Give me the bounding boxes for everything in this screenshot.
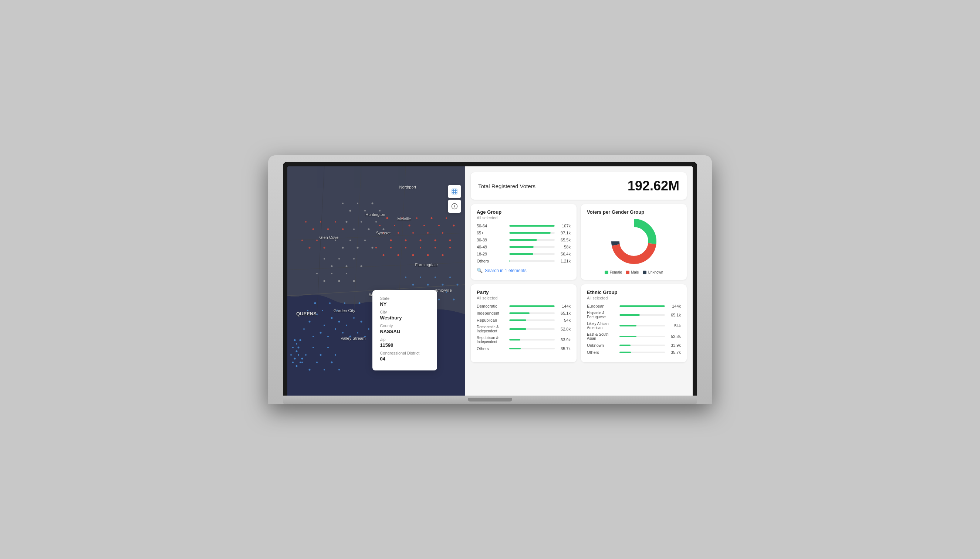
svg-point-125 — [320, 221, 321, 223]
ethnic-bar-value-0: 144k — [668, 304, 681, 308]
svg-point-93 — [364, 240, 366, 241]
svg-point-49 — [409, 225, 411, 227]
svg-point-87 — [375, 221, 377, 223]
svg-point-79 — [357, 203, 358, 204]
svg-point-44 — [359, 303, 361, 304]
svg-point-128 — [342, 228, 344, 230]
age-search-button[interactable]: 🔍 Search in 1 elements — [477, 266, 571, 275]
age-bar-value-4: 56.4k — [558, 252, 571, 256]
donut-chart — [608, 215, 660, 267]
svg-point-70 — [405, 247, 406, 248]
party-bar-value-5: 35.7k — [558, 346, 571, 351]
svg-point-106 — [353, 280, 355, 282]
legend-female: Female — [605, 270, 622, 275]
gender-group-card: Voters per Gender Group — [581, 204, 687, 280]
age-bar-row-1: 65+ 97.1k — [477, 231, 571, 235]
svg-point-8 — [316, 314, 318, 315]
svg-point-54 — [445, 217, 447, 219]
svg-point-133 — [294, 339, 296, 341]
age-bar-label-4: 18-29 — [477, 252, 506, 256]
svg-point-35 — [331, 362, 333, 364]
age-bar-value-1: 97.1k — [558, 231, 571, 235]
svg-point-109 — [420, 276, 421, 278]
popup-county-row: County NASSAU — [380, 324, 430, 334]
age-bar-row-3: 40-49 58k — [477, 245, 571, 249]
age-bar-value-0: 107k — [558, 224, 571, 228]
svg-point-102 — [324, 280, 325, 282]
svg-point-25 — [298, 347, 300, 349]
svg-point-65 — [449, 240, 451, 241]
svg-point-135 — [300, 339, 301, 341]
svg-point-55 — [453, 225, 455, 227]
svg-point-80 — [364, 210, 366, 212]
svg-point-85 — [361, 221, 362, 223]
svg-point-42 — [344, 303, 345, 304]
svg-point-77 — [342, 203, 344, 204]
svg-point-97 — [338, 258, 340, 260]
svg-point-32 — [309, 369, 311, 371]
svg-point-26 — [305, 354, 306, 356]
svg-point-156 — [621, 228, 647, 255]
gender-group-title: Voters per Gender Group — [587, 209, 681, 215]
age-group-subtitle: All selected — [477, 215, 571, 220]
age-search-label: Search in 1 elements — [485, 268, 526, 273]
svg-point-143 — [296, 365, 298, 367]
svg-point-120 — [438, 299, 440, 301]
age-bar-value-2: 65.5k — [558, 238, 571, 242]
ethnic-bar-label-1: Hispanic & Portuguese — [587, 311, 616, 319]
svg-point-45 — [379, 225, 381, 226]
svg-point-47 — [394, 225, 395, 226]
ethnic-group-card: Ethnic Group All selected European 144k … — [581, 284, 687, 362]
svg-point-137 — [296, 351, 298, 352]
svg-point-52 — [431, 217, 433, 219]
party-bar-row-3: Democratic & Independent 52.8k — [477, 325, 571, 333]
svg-point-110 — [427, 284, 429, 286]
svg-point-39 — [322, 310, 323, 311]
svg-point-136 — [292, 347, 294, 348]
total-voters-label: Total Registered Voters — [478, 183, 535, 189]
svg-point-98 — [346, 265, 348, 267]
popup-state-value: NY — [380, 301, 430, 307]
party-bar-label-3: Democratic & Independent — [477, 325, 506, 333]
ethnic-bar-value-1: 65.1k — [668, 313, 681, 317]
age-bar-label-5: Others — [477, 259, 506, 263]
party-bar-label-5: Others — [477, 346, 506, 351]
svg-point-131 — [316, 240, 318, 241]
age-bar-label-0: 50-64 — [477, 224, 506, 228]
svg-point-67 — [383, 255, 385, 256]
party-bar-label-2: Republican — [477, 318, 506, 322]
age-bar-label-2: 30-39 — [477, 238, 506, 242]
info-tool-button[interactable] — [448, 200, 461, 213]
laptop-frame: Northport Huntington Glen Cove Syosset M… — [268, 155, 712, 404]
svg-point-99 — [353, 258, 355, 260]
svg-point-48 — [401, 217, 403, 219]
svg-point-74 — [435, 247, 436, 248]
party-bar-row-2: Republican 54k — [477, 318, 571, 322]
svg-point-40 — [329, 303, 331, 304]
svg-point-17 — [342, 332, 344, 334]
svg-point-123 — [305, 221, 306, 223]
location-popup: State NY City Westbury County NASSAU Z — [372, 290, 437, 370]
age-group-card: Age Group All selected 50-64 107k 65+ 97… — [471, 204, 576, 280]
svg-point-19 — [349, 336, 351, 337]
svg-point-58 — [397, 232, 399, 234]
svg-point-88 — [383, 228, 385, 230]
svg-point-37 — [307, 310, 308, 311]
popup-city-value: Westbury — [380, 315, 430, 321]
map-toolbar — [448, 185, 461, 213]
svg-point-140 — [298, 354, 299, 356]
svg-point-9 — [303, 328, 305, 330]
svg-point-56 — [383, 232, 384, 234]
svg-point-121 — [445, 291, 447, 293]
popup-district-label: Congressional District — [380, 351, 430, 355]
ethnic-bar-value-2: 54k — [668, 324, 681, 328]
svg-point-142 — [292, 362, 294, 363]
age-bar-label-1: 65+ — [477, 231, 506, 235]
svg-point-103 — [331, 273, 333, 275]
svg-point-127 — [335, 221, 336, 223]
ethnic-bar-row-0: European 144k — [587, 304, 681, 308]
svg-point-71 — [412, 255, 414, 256]
svg-point-30 — [335, 354, 336, 356]
chart-tool-button[interactable] — [448, 185, 461, 198]
svg-point-66 — [375, 247, 377, 248]
